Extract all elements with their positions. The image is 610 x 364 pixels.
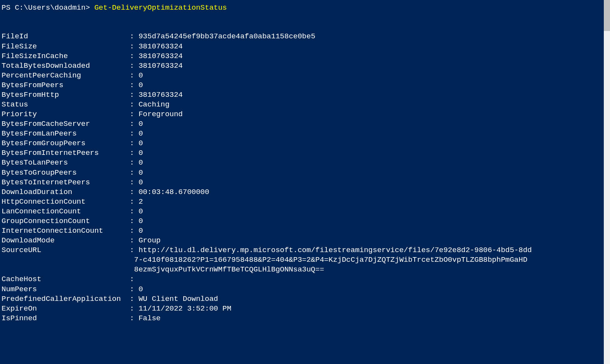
key-bytesfromcacheserver: BytesFromCacheServer [2, 119, 125, 129]
val-bytesfromgrouppeers: 0 [138, 139, 143, 148]
key-filesizeincache: FileSizeInCache [2, 52, 125, 61]
row-httpconnectioncount: HttpConnectionCount : 2 [2, 197, 608, 207]
key-bytesfromgrouppeers: BytesFromGroupPeers [2, 139, 125, 148]
prompt-prefix: PS C:\Users\doadmin> [2, 3, 94, 12]
row-bytesfromhttp: BytesFromHttp : 3810763324 [2, 90, 608, 100]
row-bytesfrominternetpeers: BytesFromInternetPeers : 0 [2, 148, 608, 158]
row-ispinned: IsPinned : False [2, 314, 608, 323]
key-fileid: FileId [2, 32, 125, 41]
sep: : [125, 236, 138, 246]
key-priority: Priority [2, 110, 125, 119]
key-percentpeercaching: PercentPeerCaching [2, 71, 125, 81]
key-totalbytesdownloaded: TotalBytesDownloaded [2, 61, 125, 71]
row-bytesfromgrouppeers: BytesFromGroupPeers : 0 [2, 139, 608, 148]
key-filesize: FileSize [2, 42, 125, 52]
val-bytestolanpeers: 0 [138, 158, 143, 167]
key-bytestolanpeers: BytesToLanPeers [2, 158, 125, 168]
row-predefinedcallerapplication: PredefinedCallerApplication : WU Client … [2, 294, 608, 304]
key-numpeers: NumPeers [2, 285, 125, 294]
val-httpconnectioncount: 2 [138, 197, 143, 206]
val-filesizeincache: 3810763324 [138, 52, 183, 60]
val-sourceurl-l2: 7-c410f0818262?P1=1667958488&P2=404&P3=2… [134, 256, 527, 264]
sep: : [125, 158, 138, 168]
val-bytesfrominternetpeers: 0 [138, 149, 143, 157]
row-numpeers: NumPeers : 0 [2, 285, 608, 294]
row-status: Status : Caching [2, 100, 608, 110]
val-numpeers: 0 [138, 285, 143, 294]
val-lanconnectioncount: 0 [138, 207, 143, 216]
sep: : [125, 110, 138, 119]
key-lanconnectioncount: LanConnectionCount [2, 207, 125, 216]
row-bytesfromlanpeers: BytesFromLanPeers : 0 [2, 129, 608, 139]
val-priority: Foreground [138, 110, 183, 118]
val-bytesfromlanpeers: 0 [138, 129, 143, 138]
sep: : [125, 304, 138, 314]
row-fileid: FileId : 935d7a54245ef9bb37acde4afa0aba1… [2, 32, 608, 41]
vertical-scrollbar[interactable] [604, 0, 610, 364]
val-sourceurl-l1: http://tlu.dl.delivery.mp.microsoft.com/… [138, 246, 532, 254]
sep: : [125, 246, 138, 255]
val-internetconnectioncount: 0 [138, 227, 143, 235]
blank-spacer [2, 13, 608, 32]
row-groupconnectioncount: GroupConnectionCount : 0 [2, 216, 608, 226]
sep: : [125, 119, 138, 129]
row-percentpeercaching: PercentPeerCaching : 0 [2, 71, 608, 81]
key-bytestogrouppeers: BytesToGroupPeers [2, 168, 125, 178]
val-bytesfromhttp: 3810763324 [138, 91, 183, 99]
val-bytesfrompeers: 0 [138, 81, 143, 89]
val-downloadduration: 00:03:48.6700000 [138, 188, 209, 196]
key-cachehost: CacheHost [2, 275, 125, 284]
sep: : [125, 294, 138, 304]
val-expireon: 11/11/2022 3:52:00 PM [138, 304, 231, 313]
key-sourceurl: SourceURL [2, 246, 125, 255]
sep: : [125, 285, 138, 294]
key-expireon: ExpireOn [2, 304, 125, 314]
sep: : [125, 178, 138, 187]
sep: : [125, 207, 138, 216]
key-httpconnectioncount: HttpConnectionCount [2, 197, 125, 207]
sep: : [125, 197, 138, 207]
row-bytestogrouppeers: BytesToGroupPeers : 0 [2, 168, 608, 178]
key-downloadmode: DownloadMode [2, 236, 125, 246]
row-totalbytesdownloaded: TotalBytesDownloaded : 3810763324 [2, 61, 608, 71]
scrollbar-thumb[interactable] [604, 0, 610, 31]
row-bytesfromcacheserver: BytesFromCacheServer : 0 [2, 119, 608, 129]
row-downloadmode: DownloadMode : Group [2, 236, 608, 246]
key-bytesfromhttp: BytesFromHttp [2, 90, 125, 100]
key-internetconnectioncount: InternetConnectionCount [2, 226, 125, 236]
key-groupconnectioncount: GroupConnectionCount [2, 216, 125, 226]
key-downloadduration: DownloadDuration [2, 187, 125, 197]
val-totalbytesdownloaded: 3810763324 [138, 62, 183, 70]
sep: : [125, 139, 138, 148]
sep: : [125, 71, 138, 81]
val-sourceurl-l3: 8ezmSjvquxPuTkVCrnWMfTBeTCQGLHlBgONNsa3u… [134, 265, 324, 274]
sep: : [125, 314, 138, 323]
val-groupconnectioncount: 0 [138, 217, 143, 225]
row-bytestolanpeers: BytesToLanPeers : 0 [2, 158, 608, 168]
row-filesize: FileSize : 3810763324 [2, 42, 608, 52]
row-expireon: ExpireOn : 11/11/2022 3:52:00 PM [2, 304, 608, 314]
val-predefinedcallerapplication: WU Client Download [138, 295, 218, 303]
sep: : [125, 148, 138, 158]
val-percentpeercaching: 0 [138, 71, 143, 80]
sep: : [125, 226, 138, 236]
row-filesizeincache: FileSizeInCache : 3810763324 [2, 52, 608, 61]
val-bytesfromcacheserver: 0 [138, 120, 143, 128]
row-downloadduration: DownloadDuration : 00:03:48.6700000 [2, 187, 608, 197]
val-status: Caching [138, 100, 169, 109]
command-text: Get-DeliveryOptimizationStatus [94, 3, 227, 12]
key-bytesfrompeers: BytesFromPeers [2, 81, 125, 90]
key-ispinned: IsPinned [2, 314, 125, 323]
val-filesize: 3810763324 [138, 42, 183, 51]
row-priority: Priority : Foreground [2, 110, 608, 119]
row-bytesfrompeers: BytesFromPeers : 0 [2, 81, 608, 90]
row-cachehost: CacheHost : [2, 275, 608, 284]
val-fileid: 935d7a54245ef9bb37acde4afa0aba1158ce0be5 [138, 32, 315, 41]
prompt-line[interactable]: PS C:\Users\doadmin> Get-DeliveryOptimiz… [2, 3, 608, 13]
sep: : [125, 168, 138, 178]
val-bytestointernetpeers: 0 [138, 178, 143, 187]
row-sourceurl-wrap2: 7-c410f0818262?P1=1667958488&P2=404&P3=2… [2, 255, 608, 265]
row-sourceurl: SourceURL : http://tlu.dl.delivery.mp.mi… [2, 246, 608, 255]
sep: : [125, 90, 138, 100]
sep: : [125, 216, 138, 226]
